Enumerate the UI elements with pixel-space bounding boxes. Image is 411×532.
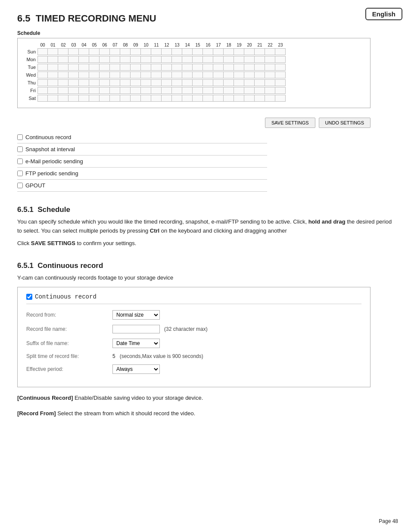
schedule-cell-mon-11[interactable] — [151, 56, 162, 63]
schedule-cell-thu-04[interactable] — [79, 79, 89, 86]
schedule-cell-fri-20[interactable] — [244, 87, 255, 94]
schedule-cell-sun-12[interactable] — [162, 48, 172, 55]
schedule-cell-wed-02[interactable] — [58, 72, 68, 78]
schedule-cell-mon-20[interactable] — [244, 56, 255, 63]
checkbox-3[interactable] — [17, 171, 23, 176]
schedule-cell-wed-10[interactable] — [141, 72, 151, 78]
schedule-cell-sun-00[interactable] — [37, 48, 48, 55]
schedule-cell-thu-01[interactable] — [48, 79, 58, 86]
schedule-cell-tue-03[interactable] — [68, 64, 79, 71]
cr-field-select-2[interactable]: Date TimeNumberNone — [112, 339, 160, 348]
schedule-cell-sat-13[interactable] — [172, 95, 182, 102]
schedule-cell-tue-18[interactable] — [224, 64, 234, 71]
schedule-cell-sat-15[interactable] — [193, 95, 203, 102]
schedule-cell-thu-13[interactable] — [172, 79, 182, 86]
schedule-cell-sat-00[interactable] — [37, 95, 48, 102]
schedule-cell-thu-18[interactable] — [224, 79, 234, 86]
schedule-cell-sat-22[interactable] — [265, 95, 275, 102]
schedule-cell-fri-23[interactable] — [275, 87, 286, 94]
schedule-cell-thu-17[interactable] — [213, 79, 224, 86]
schedule-cell-sat-17[interactable] — [213, 95, 224, 102]
schedule-cell-mon-10[interactable] — [141, 56, 151, 63]
schedule-cell-tue-08[interactable] — [120, 64, 131, 71]
schedule-cell-wed-18[interactable] — [224, 72, 234, 78]
schedule-cell-tue-10[interactable] — [141, 64, 151, 71]
schedule-cell-wed-22[interactable] — [265, 72, 275, 78]
cr-field-select-0[interactable]: Normal sizeFull sizeHalf size — [112, 310, 160, 320]
schedule-cell-sat-07[interactable] — [110, 95, 120, 102]
schedule-cell-sat-04[interactable] — [79, 95, 89, 102]
schedule-cell-mon-14[interactable] — [182, 56, 193, 63]
schedule-cell-mon-13[interactable] — [172, 56, 182, 63]
schedule-cell-mon-19[interactable] — [234, 56, 244, 63]
schedule-cell-sat-16[interactable] — [203, 95, 213, 102]
schedule-cell-sun-10[interactable] — [141, 48, 151, 55]
schedule-cell-tue-05[interactable] — [89, 64, 100, 71]
schedule-cell-wed-11[interactable] — [151, 72, 162, 78]
schedule-cell-thu-10[interactable] — [141, 79, 151, 86]
schedule-cell-fri-03[interactable] — [68, 87, 79, 94]
schedule-cell-fri-00[interactable] — [37, 87, 48, 94]
schedule-cell-thu-19[interactable] — [234, 79, 244, 86]
schedule-cell-sun-15[interactable] — [193, 48, 203, 55]
schedule-cell-sun-18[interactable] — [224, 48, 234, 55]
schedule-cell-sat-08[interactable] — [120, 95, 131, 102]
schedule-cell-sun-11[interactable] — [151, 48, 162, 55]
schedule-cell-mon-03[interactable] — [68, 56, 79, 63]
schedule-cell-fri-08[interactable] — [120, 87, 131, 94]
schedule-cell-sat-05[interactable] — [89, 95, 100, 102]
schedule-cell-thu-03[interactable] — [68, 79, 79, 86]
schedule-cell-thu-15[interactable] — [193, 79, 203, 86]
schedule-cell-mon-22[interactable] — [265, 56, 275, 63]
schedule-cell-tue-11[interactable] — [151, 64, 162, 71]
schedule-cell-mon-09[interactable] — [131, 56, 141, 63]
cr-field-input-1[interactable] — [112, 325, 160, 333]
schedule-cell-sun-03[interactable] — [68, 48, 79, 55]
schedule-cell-wed-19[interactable] — [234, 72, 244, 78]
schedule-cell-mon-08[interactable] — [120, 56, 131, 63]
schedule-cell-fri-17[interactable] — [213, 87, 224, 94]
schedule-cell-sun-08[interactable] — [120, 48, 131, 55]
schedule-cell-wed-21[interactable] — [255, 72, 265, 78]
schedule-cell-fri-05[interactable] — [89, 87, 100, 94]
schedule-cell-tue-22[interactable] — [265, 64, 275, 71]
schedule-cell-tue-14[interactable] — [182, 64, 193, 71]
schedule-cell-thu-23[interactable] — [275, 79, 286, 86]
schedule-cell-wed-06[interactable] — [100, 72, 110, 78]
schedule-cell-mon-18[interactable] — [224, 56, 234, 63]
schedule-cell-thu-02[interactable] — [58, 79, 68, 86]
schedule-cell-tue-17[interactable] — [213, 64, 224, 71]
schedule-cell-sat-18[interactable] — [224, 95, 234, 102]
schedule-cell-thu-14[interactable] — [182, 79, 193, 86]
cr-field-select-4[interactable]: AlwaysSchedule — [112, 364, 160, 374]
schedule-cell-wed-15[interactable] — [193, 72, 203, 78]
schedule-cell-sun-14[interactable] — [182, 48, 193, 55]
schedule-cell-fri-12[interactable] — [162, 87, 172, 94]
schedule-cell-tue-07[interactable] — [110, 64, 120, 71]
schedule-cell-sun-21[interactable] — [255, 48, 265, 55]
schedule-cell-wed-14[interactable] — [182, 72, 193, 78]
schedule-cell-wed-16[interactable] — [203, 72, 213, 78]
schedule-cell-sat-02[interactable] — [58, 95, 68, 102]
schedule-cell-sun-23[interactable] — [275, 48, 286, 55]
checkbox-4[interactable] — [17, 183, 23, 188]
schedule-cell-mon-16[interactable] — [203, 56, 213, 63]
save-settings-button[interactable]: SAVE SETTINGS — [265, 118, 315, 128]
schedule-cell-fri-21[interactable] — [255, 87, 265, 94]
schedule-cell-wed-01[interactable] — [48, 72, 58, 78]
schedule-cell-sun-02[interactable] — [58, 48, 68, 55]
schedule-cell-fri-10[interactable] — [141, 87, 151, 94]
schedule-cell-tue-16[interactable] — [203, 64, 213, 71]
schedule-cell-sat-11[interactable] — [151, 95, 162, 102]
schedule-cell-mon-01[interactable] — [48, 56, 58, 63]
schedule-cell-fri-22[interactable] — [265, 87, 275, 94]
schedule-cell-mon-06[interactable] — [100, 56, 110, 63]
schedule-cell-fri-19[interactable] — [234, 87, 244, 94]
schedule-cell-tue-02[interactable] — [58, 64, 68, 71]
schedule-cell-tue-13[interactable] — [172, 64, 182, 71]
schedule-cell-thu-09[interactable] — [131, 79, 141, 86]
schedule-cell-sat-12[interactable] — [162, 95, 172, 102]
schedule-cell-thu-05[interactable] — [89, 79, 100, 86]
schedule-cell-fri-09[interactable] — [131, 87, 141, 94]
schedule-cell-tue-23[interactable] — [275, 64, 286, 71]
